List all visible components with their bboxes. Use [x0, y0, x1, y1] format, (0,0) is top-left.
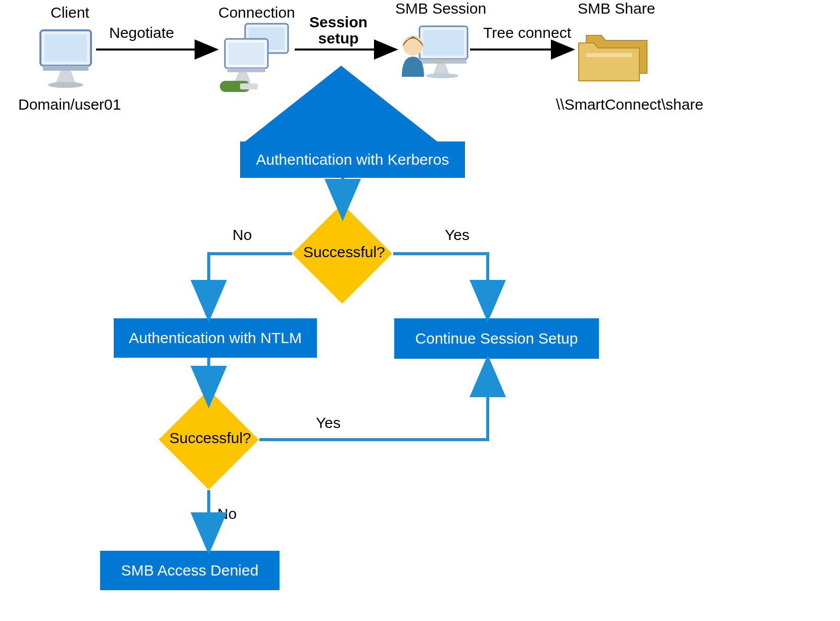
- label-negotiate: Negotiate: [109, 24, 174, 41]
- box-access-denied: SMB Access Denied: [100, 551, 279, 590]
- label-share-path: \\SmartConnect\share: [556, 96, 704, 113]
- diagram-canvas: Client Connection SMB Session SMB Share …: [0, 0, 840, 621]
- box-auth-kerberos: Authentication with Kerberos: [240, 141, 465, 178]
- label-client: Client: [51, 4, 89, 21]
- client-monitor-icon: [35, 25, 101, 93]
- label-session-setup: Sessionsetup: [309, 14, 367, 46]
- svg-rect-7: [228, 42, 264, 65]
- label-smb-share: SMB Share: [578, 0, 655, 17]
- label-domain-user: Domain/user01: [18, 96, 121, 113]
- label-no-2: No: [217, 505, 237, 522]
- label-yes-1: Yes: [445, 226, 470, 244]
- label-smb-session: SMB Session: [395, 0, 486, 17]
- svg-rect-12: [423, 30, 464, 56]
- smb-share-icon: [571, 20, 657, 93]
- label-connection: Connection: [218, 4, 295, 21]
- session-setup-text: Sessionsetup: [309, 14, 367, 46]
- box-auth-ntlm: Authentication with NTLM: [114, 318, 317, 358]
- svg-rect-16: [586, 53, 632, 57]
- svg-rect-13: [421, 59, 466, 64]
- arrow-yes-to-continue: [393, 254, 488, 313]
- label-no-1: No: [232, 226, 252, 244]
- svg-rect-1: [44, 34, 87, 62]
- diamond-text-1: Successful?: [303, 244, 385, 261]
- svg-rect-2: [43, 66, 88, 71]
- svg-marker-17: [245, 66, 437, 141]
- label-tree-connect: Tree connect: [483, 24, 571, 41]
- diamond-text-2: Successful?: [169, 429, 251, 447]
- box-continue-session: Continue Session Setup: [394, 318, 599, 359]
- triangle-connector: [245, 66, 437, 149]
- svg-point-3: [48, 82, 83, 88]
- label-yes-2: Yes: [316, 414, 341, 432]
- arrow-no-to-ntlm: [209, 254, 292, 313]
- arrow-yes2-to-continue: [259, 364, 488, 440]
